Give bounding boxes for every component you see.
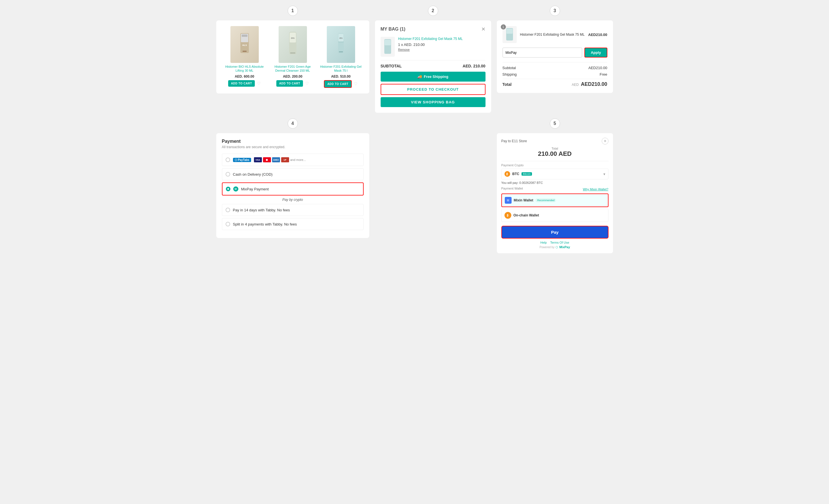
recommended-badge: Recommended (535, 198, 556, 202)
shipping-summary-row: Shipping Free (503, 72, 607, 77)
why-mixin-link[interactable]: Why Mixin Wallet? (583, 188, 608, 191)
crypto-selector[interactable]: ₿ BTC Bitcoin ▾ (501, 168, 609, 179)
btc-pay-amount: You will pay: 0.00262087 BTC (501, 181, 609, 185)
and-more-text: and more... (290, 158, 306, 161)
step-4-badge: 4 (288, 118, 298, 129)
order-item-image: 1 (503, 26, 517, 43)
total-row: Total AED AED210.00 (503, 79, 607, 87)
bag-subtotal-row: SUBTOTAL AED. 210.00 (381, 64, 485, 68)
svg-rect-2 (242, 35, 247, 37)
bag-title: MY BAG (1) (381, 27, 405, 32)
radio-mixpay (226, 187, 230, 191)
step-1-badge: 1 (288, 6, 298, 16)
order-item-name: Histomer F201 Exfoliating Gel Mask 75 ML (520, 33, 585, 37)
product-image-1: HLS (230, 26, 259, 63)
subtotal-value: AED210.00 (588, 66, 607, 70)
order-item: 1 Histomer F201 Exfoliating Gel Mask 75 … (503, 26, 607, 43)
payment-option-mixpay[interactable]: M MixPay Payment (222, 183, 364, 195)
onchain-icon: ₿ (504, 212, 511, 219)
visa-icon: VISA (254, 157, 262, 162)
discount-input[interactable] (503, 48, 582, 57)
tabby4-label: Split in 4 payments with Tabby. No fees (233, 222, 297, 226)
mastercard-icon: ● (263, 157, 271, 162)
payment-crypto-label: Payment Crypto (501, 163, 609, 167)
bag-item-info: Histomer F201 Exfoliating Gel Mask 75 ML… (398, 37, 485, 57)
bag-subtotal-value: AED. 210.00 (463, 64, 485, 68)
payment-panel: Payment All transactions are secure and … (216, 133, 369, 238)
truck-icon: 🚚 (418, 75, 422, 79)
product-card-2: 201 Histomer F201 Green Age Dermal Clean… (270, 26, 316, 88)
product-card-3: 201 Histomer F201 Exfoliating Gel Mask 7… (318, 26, 364, 88)
svg-rect-12 (338, 42, 344, 42)
product-svg-3: 201 (331, 30, 351, 59)
tabby14-label: Pay in 14 days with Tabby. No fees (233, 208, 290, 212)
bag-item-remove-btn[interactable]: Remove (398, 48, 485, 51)
view-shopping-bag-btn[interactable]: VIEW SHOPPING BAG (381, 97, 485, 107)
proceed-checkout-btn[interactable]: PROCEED TO CHECKOUT (381, 84, 485, 95)
product-price-1: AED. 600.00 (235, 75, 254, 78)
svg-rect-17 (506, 29, 513, 34)
cod-label: Cash on Delivery (COD) (233, 172, 273, 177)
bag-item: Histomer F201 Exfoliating Gel Mask 75 ML… (381, 37, 485, 57)
svg-text:HLS: HLS (242, 44, 247, 46)
payment-option-tabby4[interactable]: Split in 4 payments with Tabby. No fees (222, 218, 364, 230)
radio-tabby4 (226, 222, 230, 226)
products-panel: HLS Histomer BIO HLS Absolute Lifting 30… (216, 21, 369, 93)
pay-btn[interactable]: Pay (501, 226, 609, 238)
payment-option-cod[interactable]: Cash on Delivery (COD) (222, 168, 364, 180)
mixpay-icon: M (233, 186, 238, 192)
add-to-cart-btn-1[interactable]: ADD TO CART (228, 80, 255, 87)
svg-rect-15 (385, 40, 391, 45)
total-amount-group: AED AED210.00 (572, 81, 607, 87)
qty-badge: 1 (501, 24, 506, 30)
svg-rect-8 (290, 52, 295, 53)
bag-panel: MY BAG (1) ✕ Histomer F201 Exfoliating G… (375, 21, 491, 113)
payment-option-tabby14[interactable]: Pay in 14 days with Tabby. No fees (222, 204, 364, 216)
wishlist-icon-2[interactable]: ♡ (305, 81, 309, 85)
mixpay-label: MixPay Payment (241, 187, 269, 191)
svg-text:201: 201 (291, 37, 295, 39)
powered-by-text: Powered by (540, 246, 555, 249)
bag-header: MY BAG (1) ✕ (381, 26, 485, 32)
bag-item-qty: 1 x AED. 210.00 (398, 42, 485, 47)
mixpay-store: Pay to E11 Store (501, 139, 527, 143)
apply-btn[interactable]: Apply (584, 48, 607, 57)
svg-text:201: 201 (339, 37, 343, 39)
step-5-badge: 5 (550, 118, 560, 129)
product-actions-1: ADD TO CART ♡ (228, 80, 261, 87)
wishlist-icon-3[interactable]: ♡ (354, 82, 358, 86)
product-image-3: 201 (327, 26, 355, 63)
product-image-2: 201 (279, 26, 307, 63)
add-to-cart-btn-2[interactable]: ADD TO CART (276, 80, 303, 87)
mixin-wallet-option[interactable]: M Mixin Wallet Recommended (501, 194, 609, 207)
product-name-1: Histomer BIO HLS Absolute Lifting 30 ML (222, 65, 267, 73)
btc-label: BTC (512, 172, 519, 176)
paytabs-logo: ⬡ PayTabs (233, 158, 251, 162)
bag-close-btn[interactable]: ✕ (481, 26, 485, 32)
mixin-icon: M (505, 197, 512, 204)
free-shipping-btn[interactable]: 🚚 Free Shipping (381, 72, 485, 82)
chevron-down-icon: ▾ (603, 172, 605, 176)
terms-link[interactable]: Terms Of Use (550, 241, 569, 244)
step-3-badge: 3 (550, 6, 560, 16)
radio-tabby14 (226, 208, 230, 212)
bag-item-name: Histomer F201 Exfoliating Gel Mask 75 ML (398, 37, 485, 41)
mixpay-header: Pay to E11 Store ✕ (501, 138, 609, 145)
product-card-1: HLS Histomer BIO HLS Absolute Lifting 30… (222, 26, 267, 88)
product-actions-3: ADD TO CART ♡ (324, 80, 358, 88)
product-svg-2: 201 (283, 30, 303, 59)
onchain-wallet-name: On-chain Wallet (513, 213, 539, 217)
payment-option-paytabs[interactable]: ⬡ PayTabs VISA ● AMEX UP and more... (222, 154, 364, 166)
product-actions-2: ADD TO CART ♡ (276, 80, 309, 87)
wishlist-icon-1[interactable]: ♡ (257, 81, 261, 85)
help-link[interactable]: Help (540, 241, 547, 244)
onchain-wallet-option[interactable]: ₿ On-chain Wallet (501, 209, 609, 222)
pay-crypto-text: Pay by crypto (222, 198, 364, 202)
mixpay-close-btn[interactable]: ✕ (602, 138, 609, 145)
shipping-value: Free (600, 72, 607, 77)
shipping-label: Shipping (503, 72, 517, 77)
step-2-badge: 2 (428, 6, 438, 16)
btc-badge: Bitcoin (521, 172, 532, 176)
mixpay-total-amount: 210.00 AED (501, 150, 609, 157)
add-to-cart-btn-3[interactable]: ADD TO CART (324, 80, 352, 88)
